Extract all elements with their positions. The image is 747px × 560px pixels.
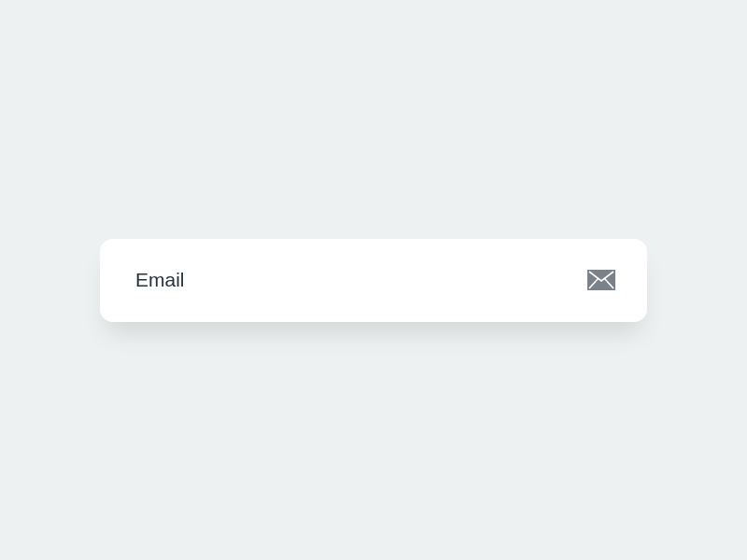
email-field[interactable] bbox=[135, 269, 572, 291]
mail-icon bbox=[587, 270, 615, 290]
email-input-container bbox=[100, 239, 647, 322]
